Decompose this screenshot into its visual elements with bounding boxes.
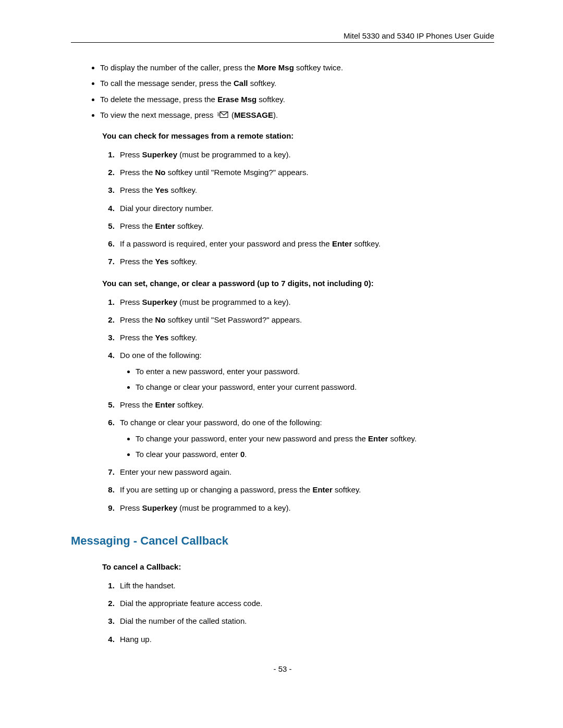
list-item: Press the Enter softkey. xyxy=(117,221,494,231)
list-item: To clear your password, enter 0. xyxy=(136,449,494,460)
list-item: To delete the message, press the Erase M… xyxy=(100,94,494,105)
list-item: Dial the appropriate feature access code… xyxy=(117,598,494,609)
message-icon xyxy=(217,110,228,121)
subheading-password: You can set, change, or clear a password… xyxy=(102,279,494,288)
intro-bullets: To display the number of the caller, pre… xyxy=(71,63,494,121)
list-item: Press the Yes softkey. xyxy=(117,332,494,343)
list-item: Press the Yes softkey. xyxy=(117,256,494,267)
list-item: Press the No softkey until "Set Password… xyxy=(117,315,494,325)
list-item: To enter a new password, enter your pass… xyxy=(136,366,494,377)
list-item: Press Superkey (must be programmed to a … xyxy=(117,297,494,307)
sub-bullets: To change your password, enter your new … xyxy=(120,434,494,460)
list-item: Lift the handset. xyxy=(117,581,494,591)
list-item: Enter your new password again. xyxy=(117,467,494,477)
steps-remote-check: Press Superkey (must be programmed to a … xyxy=(102,150,494,267)
list-item: To view the next message, press (MESSAGE… xyxy=(100,110,494,121)
list-item: Press Superkey (must be programmed to a … xyxy=(117,503,494,513)
list-item: Press the No softkey until "Remote Msgin… xyxy=(117,167,494,178)
subheading-remote-check: You can check for messages from a remote… xyxy=(102,131,494,140)
list-item: To change or clear your password, enter … xyxy=(136,382,494,392)
list-item: If a password is required, enter your pa… xyxy=(117,239,494,249)
subheading-cancel-callback: To cancel a Callback: xyxy=(102,562,494,571)
list-item: Dial your directory number. xyxy=(117,203,494,214)
list-item: Dial the number of the called station. xyxy=(117,616,494,626)
sub-bullets: To enter a new password, enter your pass… xyxy=(120,366,494,393)
header-title: Mitel 5330 and 5340 IP Phones User Guide xyxy=(71,31,494,40)
list-item: To display the number of the caller, pre… xyxy=(100,63,494,73)
list-item: Hang up. xyxy=(117,634,494,645)
page-content: Mitel 5330 and 5340 IP Phones User Guide… xyxy=(0,0,563,694)
section-title-cancel-callback: Messaging - Cancel Callback xyxy=(71,534,494,548)
list-item: To change or clear your password, do one… xyxy=(117,417,494,460)
list-item: Press the Enter softkey. xyxy=(117,400,494,410)
steps-password: Press Superkey (must be programmed to a … xyxy=(102,297,494,513)
list-item: If you are setting up or changing a pass… xyxy=(117,485,494,495)
list-item: Press Superkey (must be programmed to a … xyxy=(117,150,494,160)
header-rule xyxy=(71,42,494,43)
page-number: - 53 - xyxy=(71,664,494,673)
list-item: Press the Yes softkey. xyxy=(117,185,494,195)
list-item: Do one of the following: To enter a new … xyxy=(117,350,494,392)
steps-cancel-callback: Lift the handset. Dial the appropriate f… xyxy=(102,581,494,645)
list-item: To call the message sender, press the Ca… xyxy=(100,78,494,89)
list-item: To change your password, enter your new … xyxy=(136,434,494,444)
